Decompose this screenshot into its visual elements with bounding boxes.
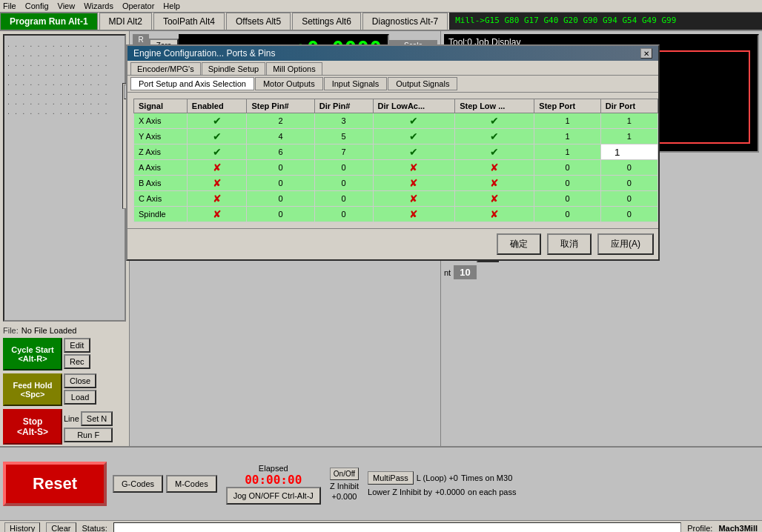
gcode-line: . . . . . . . . . . . . . .: [7, 68, 122, 77]
z-inhibit-value: +0.000: [331, 492, 357, 501]
menu-file[interactable]: File: [3, 1, 16, 10]
rewind-button[interactable]: Rec: [64, 354, 90, 369]
gcodes-button[interactable]: G-Codes: [113, 475, 163, 493]
lower-z-label: Lower Z Inhibit by: [368, 488, 432, 496]
dialog-cancel-button[interactable]: 取消: [547, 233, 592, 255]
menu-config[interactable]: Config: [25, 1, 49, 10]
tab-toolpath[interactable]: ToolPath Alt4: [153, 13, 225, 30]
col-dir-port: Dir Port: [600, 99, 657, 113]
dir-port-cell: 0: [600, 191, 657, 207]
check-disabled: ✘: [490, 177, 499, 189]
file-value: No File Loaded: [21, 326, 77, 335]
multipass-button[interactable]: MultiPass: [368, 471, 414, 485]
tab-settings[interactable]: Settings Alt6: [292, 13, 361, 30]
col-step-port: Step Port: [534, 99, 600, 113]
check-enabled: ✔: [409, 115, 418, 127]
run-from-button[interactable]: Run F: [64, 428, 113, 442]
signal-table: Signal Enabled Step Pin# Dir Pin# Dir Lo…: [133, 99, 658, 222]
table-header-row: Signal Enabled Step Pin# Dir Pin# Dir Lo…: [134, 99, 658, 113]
step-pin-cell: 0: [247, 176, 314, 191]
tab-program-run[interactable]: Program Run Alt-1: [0, 13, 98, 30]
check-disabled: ✘: [409, 177, 418, 189]
enabled-cell: ✘: [187, 191, 247, 207]
step-low-cell: ✘: [455, 176, 534, 191]
gcode-line: . . . . . . . . . . . . . .: [7, 97, 122, 106]
col-dir-pin: Dir Pin#: [314, 99, 373, 113]
edit-button[interactable]: Edit: [64, 338, 90, 353]
dir-low-cell: ✔: [373, 144, 455, 160]
status-bar: History Clear Status: Profile: Mach3Mill: [0, 520, 762, 532]
step-port-cell: 1: [534, 113, 600, 129]
step-port-cell: 0: [534, 191, 600, 207]
load-button[interactable]: Load: [64, 390, 96, 405]
profile-label: Profile:: [687, 524, 712, 532]
lower-z-suffix: on each pass: [468, 488, 516, 496]
dialog-ok-button[interactable]: 确定: [497, 233, 541, 255]
step-port-cell: 0: [534, 160, 600, 176]
code-buttons: G-Codes M-Codes: [113, 475, 217, 493]
gcode-line: . . . . . . . . . . . . . .: [7, 39, 122, 48]
tab-mdi[interactable]: MDI Alt2: [99, 13, 152, 30]
history-button[interactable]: History: [4, 522, 40, 532]
status-value: [113, 522, 681, 532]
dialog-tab-encoder[interactable]: Encoder/MPG's: [130, 62, 201, 75]
menu-help[interactable]: Help: [163, 1, 180, 10]
dir-pin-cell: 0: [314, 160, 373, 176]
col-step-low: Step Low ...: [455, 99, 534, 113]
signal-table-body: X Axis ✔ 2 3 ✔ ✔ 1 1 Y Axis ✔ 4 5 ✔ ✔ 1 …: [134, 113, 658, 222]
dialog-subtab-output[interactable]: Output Signals: [388, 77, 457, 90]
dialog-apply-button[interactable]: 应用(A): [597, 233, 654, 255]
dialog-tab-spindle[interactable]: Spindle Setup: [202, 62, 266, 75]
close-button[interactable]: Close: [64, 373, 96, 388]
signal-name-cell: C Axis: [134, 191, 188, 207]
feed-count-value: 10: [454, 265, 476, 279]
on-off-button[interactable]: On/Off: [330, 468, 359, 480]
step-pin-cell: 2: [247, 113, 314, 129]
check-disabled: ✘: [213, 208, 222, 220]
menu-view[interactable]: View: [58, 1, 76, 10]
multipass-area: MultiPass L (Loop) +0 Times on M30 Lower…: [365, 468, 759, 499]
dialog-tabs: Encoder/MPG's Spindle Setup Mill Options: [127, 61, 658, 76]
cycle-start-button[interactable]: Cycle Start<Alt-R>: [3, 338, 62, 370]
stop-button[interactable]: Stop<Alt-S>: [3, 409, 62, 445]
dir-pin-cell: 0: [314, 191, 373, 207]
tab-offsets[interactable]: Offsets Alt5: [226, 13, 291, 30]
dialog-content: Signal Enabled Step Pin# Dir Pin# Dir Lo…: [127, 93, 658, 228]
dialog-subtab-input[interactable]: Input Signals: [324, 77, 388, 90]
dialog-close-button[interactable]: ✕: [640, 48, 652, 59]
dialog: Engine Configuration... Ports & Pins ✕ E…: [126, 44, 660, 261]
jog-button[interactable]: Jog ON/OFF Ctrl-Alt-J: [226, 487, 321, 505]
gcode-display: . . . . . . . . . . . . . . . . . . . . …: [3, 34, 126, 322]
feed-hold-button[interactable]: Feed Hold<Spc>: [3, 373, 62, 406]
step-pin-cell: 0: [247, 191, 314, 207]
dir-port-cell: 0: [600, 207, 657, 222]
ref-r: R: [134, 36, 148, 44]
dialog-subtab-motor[interactable]: Motor Outputs: [255, 77, 323, 90]
dialog-tab-mill[interactable]: Mill Options: [266, 62, 322, 75]
menu-wizards[interactable]: Wizards: [84, 1, 113, 10]
menu-bar: File Config View Wizards Operator Help: [0, 0, 762, 13]
menu-operator[interactable]: Operator: [122, 1, 154, 10]
dir-port-cell: 0: [600, 160, 657, 176]
check-enabled: ✔: [213, 146, 222, 158]
status-label: Status:: [82, 524, 107, 532]
clear-button[interactable]: Clear: [46, 522, 76, 532]
check-enabled: ✔: [213, 130, 222, 142]
enabled-cell: ✔: [187, 113, 247, 129]
dir-low-cell: ✔: [373, 113, 455, 129]
dir-port-cell: 1: [600, 113, 657, 129]
enabled-cell: ✘: [187, 160, 247, 176]
tab-diagnostics[interactable]: Diagnostics Alt-7: [362, 13, 448, 30]
dir-pin-cell: 5: [314, 129, 373, 144]
dialog-subtab-port[interactable]: Port Setup and Axis Selection: [130, 77, 254, 90]
col-signal: Signal: [134, 99, 188, 113]
lower-z-value: +0.0000: [435, 488, 465, 496]
signal-name-cell: A Axis: [134, 160, 188, 176]
set-next-button[interactable]: Set N: [81, 411, 113, 426]
profile-value: Mach3Mill: [718, 524, 758, 532]
dir-port-cell[interactable]: [600, 144, 657, 160]
mcodes-button[interactable]: M-Codes: [166, 475, 217, 493]
reset-button[interactable]: Reset: [3, 462, 107, 506]
dir-pin-cell: 3: [314, 113, 373, 129]
inhibit-area: On/Off Z Inhibit +0.000: [330, 468, 359, 501]
